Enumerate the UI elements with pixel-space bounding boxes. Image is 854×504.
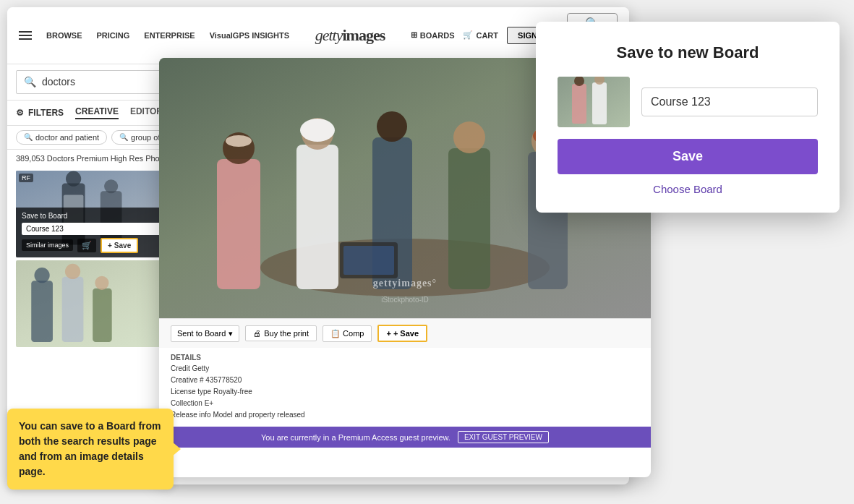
detail-save-button[interactable]: + + Save <box>377 325 427 342</box>
cart-button[interactable]: 🛒 <box>77 239 96 252</box>
tab-creative[interactable]: CREATIVE <box>75 106 119 119</box>
creative-hash-row: Creative # 435778520 <box>171 375 305 386</box>
rf-label: RF <box>19 174 33 182</box>
details-section: DETAILS Credit Getty Creative # 43577852… <box>171 354 305 421</box>
detail-action-bar: Sent to Board ▾ 🖨 Buy the print 📋 Comp +… <box>159 318 651 348</box>
chip-search-icon-2: 🔍 <box>119 133 128 141</box>
istock-watermark: iStockphoto-ID <box>381 296 429 304</box>
save-button[interactable]: + Save <box>101 238 138 253</box>
svg-point-37 <box>453 121 485 153</box>
choose-board-link[interactable]: Choose Board <box>558 183 818 195</box>
filters-button[interactable]: ⚙ FILTERS <box>16 108 64 118</box>
modal-content <box>558 77 818 127</box>
premium-banner: You are currently in a Premium Access gu… <box>159 427 651 448</box>
svg-rect-14 <box>62 276 84 341</box>
cart-btn[interactable]: 🛒 CART <box>463 30 498 40</box>
nav-pricing[interactable]: PRICING <box>97 31 130 40</box>
filter-icon: ⚙ <box>16 108 24 118</box>
tooltip-callout: You can save to a Board from both the se… <box>7 409 174 490</box>
svg-point-17 <box>95 276 108 289</box>
comp-button[interactable]: 📋 Comp <box>323 325 372 342</box>
svg-rect-31 <box>296 145 338 289</box>
detail-info-panel: DETAILS Credit Getty Creative # 43577852… <box>159 348 651 427</box>
result-count-text: 389,053 Doctors Premium High Res Photos <box>16 154 170 163</box>
getty-logo: gettyimages <box>304 26 396 45</box>
modal-thumbnail <box>558 77 630 127</box>
svg-rect-46 <box>592 82 607 124</box>
svg-rect-42 <box>343 246 394 275</box>
board-name-input[interactable] <box>641 87 818 116</box>
license-row: License type Royalty-free <box>171 386 305 398</box>
getty-watermark: gettyimages° <box>373 278 437 289</box>
nav-insights[interactable]: VisualGPS INSIGHTS <box>210 31 289 40</box>
svg-point-15 <box>65 263 80 278</box>
chip-doctor-patient[interactable]: 🔍 doctor and patient <box>16 130 107 145</box>
detail-board-select[interactable]: Sent to Board ▾ <box>171 325 239 342</box>
svg-point-1 <box>66 171 81 186</box>
svg-point-30 <box>226 135 252 147</box>
svg-point-13 <box>34 268 49 283</box>
svg-point-35 <box>377 111 407 142</box>
plus-icon-detail: + <box>386 329 390 338</box>
similar-images-button[interactable]: Similar images <box>22 239 73 251</box>
exit-preview-button[interactable]: EXIT GUEST PREVIEW <box>458 431 549 443</box>
credit-row: Credit Getty <box>171 363 305 375</box>
plus-icon: + <box>108 242 112 249</box>
svg-rect-12 <box>31 281 53 342</box>
nav-browse[interactable]: BROWSE <box>46 31 82 40</box>
cart-icon: 🛒 <box>463 30 473 40</box>
nav-enterprise[interactable]: ENTERPRISE <box>144 31 195 40</box>
print-icon: 🖨 <box>253 329 261 338</box>
hamburger-menu[interactable] <box>19 31 32 40</box>
search-icon: 🔍 <box>24 76 36 87</box>
modal-save-button[interactable]: Save <box>558 139 818 174</box>
release-row: Release info Model and property released <box>171 409 305 421</box>
modal-title: Save to new Board <box>558 43 818 62</box>
boards-icon: ⊞ <box>411 30 417 40</box>
chevron-down-icon-detail: ▾ <box>229 329 233 338</box>
svg-rect-44 <box>572 84 586 124</box>
svg-point-3 <box>104 179 118 193</box>
svg-rect-36 <box>448 148 490 289</box>
svg-rect-28 <box>217 159 260 289</box>
logo-bold: images <box>342 26 385 44</box>
svg-rect-16 <box>93 288 112 341</box>
buy-print-button[interactable]: 🖨 Buy the print <box>245 325 317 341</box>
collection-row: Collection E+ <box>171 398 305 409</box>
logo-italic: getty <box>315 26 343 44</box>
comp-icon: 📋 <box>330 329 341 338</box>
save-to-board-modal: Save to new Board Save Choose Board <box>536 22 840 213</box>
chip-search-icon: 🔍 <box>24 133 33 141</box>
svg-point-33 <box>300 119 335 142</box>
boards-btn[interactable]: ⊞ BOARDS <box>411 30 455 40</box>
